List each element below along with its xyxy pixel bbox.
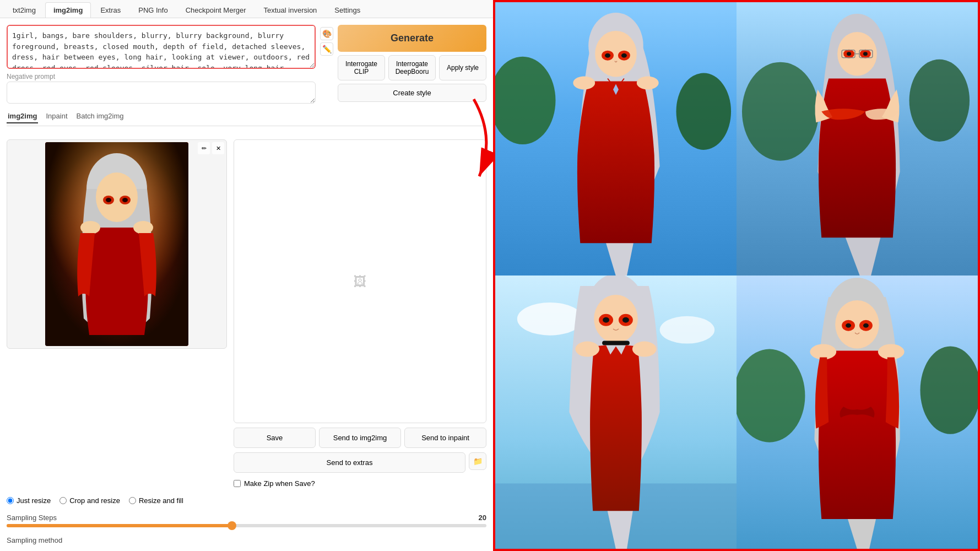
- interrogate-deepbooru-button[interactable]: Interrogate DeepBooru: [388, 55, 436, 80]
- svg-point-3: [96, 172, 138, 222]
- svg-point-36: [517, 302, 583, 336]
- create-style-button[interactable]: Create style: [338, 84, 486, 102]
- just-resize-label: Just resize: [17, 496, 51, 505]
- save-button[interactable]: Save: [234, 428, 316, 448]
- svg-point-43: [603, 317, 609, 323]
- svg-point-22: [637, 77, 659, 90]
- image-grid: [493, 0, 980, 551]
- svg-point-8: [80, 221, 100, 234]
- tab-txt2img[interactable]: txt2img: [4, 2, 44, 18]
- sub-tab-inpaint[interactable]: Inpaint: [45, 110, 68, 123]
- svg-point-30: [847, 52, 851, 56]
- svg-point-55: [846, 323, 851, 328]
- svg-point-19: [621, 53, 627, 58]
- input-image: [45, 142, 188, 346]
- svg-point-49: [737, 349, 805, 442]
- grid-image-4: [737, 276, 978, 549]
- image-delete-btn[interactable]: ✕: [212, 142, 224, 154]
- output-image-container: 🖼: [234, 139, 486, 423]
- svg-point-56: [863, 323, 869, 328]
- svg-point-9: [133, 221, 153, 234]
- generate-button[interactable]: Generate: [338, 25, 486, 52]
- svg-point-44: [622, 317, 629, 323]
- sampling-steps-slider[interactable]: [7, 524, 486, 527]
- slider-thumb[interactable]: [228, 521, 236, 530]
- send-to-extras-button[interactable]: Send to extras: [234, 452, 465, 473]
- svg-point-21: [573, 77, 595, 90]
- send-extras-row: Send to extras 📁: [234, 452, 486, 473]
- tab-textual[interactable]: Textual inversion: [256, 2, 326, 18]
- slider-fill: [7, 524, 232, 527]
- edit-button[interactable]: ✏️: [320, 42, 333, 56]
- svg-point-24: [742, 62, 819, 161]
- resize-crop-resize[interactable]: Crop and resize: [59, 496, 120, 505]
- resize-fill[interactable]: Resize and fill: [129, 496, 183, 505]
- resize-fill-label: Resize and fill: [139, 496, 183, 505]
- grid-image-2: [737, 2, 978, 276]
- svg-point-18: [605, 53, 610, 58]
- zip-row: Make Zip when Save?: [234, 477, 486, 490]
- grid-image-1: [495, 2, 737, 276]
- output-buttons: Save Send to img2img Send to inpaint: [234, 428, 486, 448]
- apply-style-button[interactable]: Apply style: [439, 55, 486, 80]
- tab-img2img[interactable]: img2img: [45, 2, 91, 18]
- svg-point-13: [676, 73, 732, 150]
- send-to-inpaint-button[interactable]: Send to inpaint: [404, 428, 486, 448]
- palette-button[interactable]: 🎨: [320, 27, 333, 40]
- svg-point-31: [863, 52, 868, 56]
- tab-checkpoint[interactable]: Checkpoint Merger: [177, 2, 255, 18]
- svg-point-52: [835, 300, 879, 349]
- sampling-steps-label: Sampling Steps: [7, 514, 57, 522]
- positive-prompt[interactable]: [7, 25, 316, 69]
- sub-tabs: img2img Inpaint Batch img2img: [7, 110, 486, 126]
- svg-point-37: [660, 316, 715, 344]
- main-tabs: txt2img img2img Extras PNG Info Checkpoi…: [0, 0, 493, 18]
- svg-point-7: [122, 198, 128, 202]
- resize-options: Just resize Crop and resize Resize and f…: [7, 496, 486, 505]
- sampling-steps-section: Sampling Steps 20: [7, 514, 486, 527]
- tab-settings[interactable]: Settings: [326, 2, 369, 18]
- svg-point-50: [920, 347, 978, 434]
- negative-prompt[interactable]: [7, 82, 316, 104]
- sampling-method-label: Sampling method: [7, 536, 486, 544]
- svg-point-46: [575, 342, 599, 357]
- zip-checkbox[interactable]: [234, 480, 241, 487]
- sampling-steps-value: 20: [479, 514, 486, 522]
- sub-tab-img2img[interactable]: img2img: [7, 110, 38, 123]
- tab-extras[interactable]: Extras: [92, 2, 129, 18]
- zip-label: Make Zip when Save?: [244, 479, 315, 488]
- sub-tab-batch[interactable]: Batch img2img: [75, 110, 125, 123]
- input-image-container[interactable]: ✏ ✕: [7, 139, 227, 349]
- crop-resize-label: Crop and resize: [69, 496, 120, 505]
- folder-icon[interactable]: 📁: [469, 452, 486, 470]
- svg-point-57: [810, 344, 836, 360]
- svg-rect-45: [602, 341, 630, 345]
- send-to-img2img-button[interactable]: Send to img2img: [319, 428, 401, 448]
- svg-point-6: [106, 198, 111, 202]
- interrogate-clip-button[interactable]: Interrogate CLIP: [338, 55, 385, 80]
- svg-point-47: [632, 342, 657, 357]
- resize-just-resize[interactable]: Just resize: [7, 496, 51, 505]
- image-actions: ✏ ✕: [198, 142, 224, 154]
- output-placeholder-icon: 🖼: [354, 274, 367, 289]
- tab-pnginfo[interactable]: PNG Info: [130, 2, 176, 18]
- svg-point-58: [878, 344, 905, 360]
- image-edit-btn[interactable]: ✏: [198, 142, 210, 154]
- svg-point-25: [909, 60, 970, 142]
- svg-point-15: [595, 31, 637, 77]
- anime-character-svg: [45, 142, 188, 346]
- action-buttons: Interrogate CLIP Interrogate DeepBooru A…: [338, 55, 486, 80]
- grid-image-3: [495, 276, 737, 549]
- negative-prompt-label: Negative prompt: [7, 73, 316, 80]
